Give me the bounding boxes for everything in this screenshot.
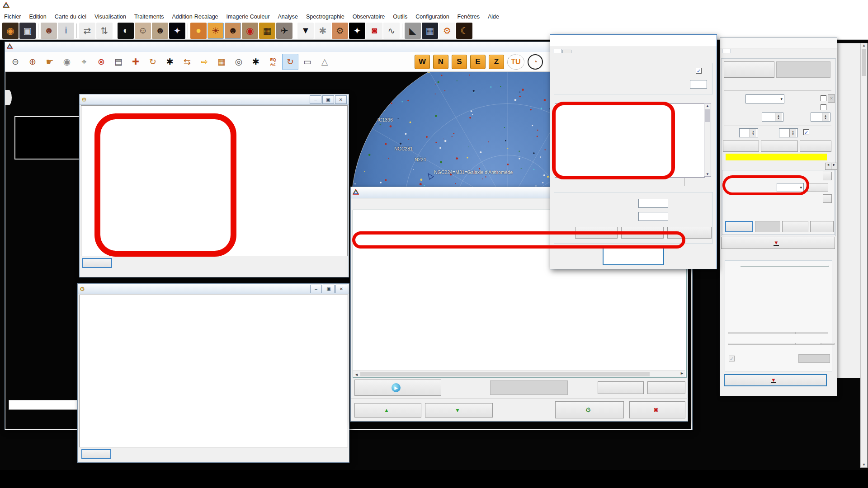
sync-focus-checkbox[interactable]: ✓: [729, 356, 735, 361]
pan-hand-icon[interactable]: ☛: [42, 54, 58, 70]
minimize-icon[interactable]: –: [310, 285, 322, 293]
clear-step-button[interactable]: [575, 227, 618, 239]
load-config-button[interactable]: ▲: [354, 403, 421, 418]
go-button[interactable]: ▶: [354, 380, 441, 396]
transfer-icon[interactable]: ⇄: [79, 23, 95, 39]
rotate-icon[interactable]: ↻: [145, 54, 161, 70]
menu-imagerie-couleur[interactable]: Imagerie Couleur: [222, 13, 274, 21]
delay-spinner[interactable]: ▲▼: [811, 113, 830, 122]
info-icon[interactable]: i: [58, 23, 74, 39]
menu-aide[interactable]: Aide: [484, 13, 503, 21]
short-exposure-button[interactable]: [761, 141, 798, 152]
close-icon[interactable]: ✕: [335, 95, 347, 104]
ephemeris-table-icon[interactable]: ▦: [213, 54, 230, 70]
ref-filter-value[interactable]: [796, 332, 828, 334]
add-step-button[interactable]: [621, 227, 664, 239]
abort-exposure-button[interactable]: [776, 61, 830, 78]
ramp-down-button[interactable]: [782, 221, 808, 232]
minimize-icon[interactable]: –: [310, 95, 321, 104]
loops-spinner[interactable]: ▲▼: [762, 113, 783, 122]
link-bin-checkbox[interactable]: ✓: [803, 129, 809, 135]
cancel-icon[interactable]: ⊗: [93, 54, 109, 70]
apply-temp-button[interactable]: [807, 183, 828, 192]
menu-spectrographie[interactable]: Spectrographie: [302, 13, 349, 21]
head-tool-icon[interactable]: ☻: [225, 23, 241, 39]
display-options-icon[interactable]: ◎: [231, 54, 247, 70]
target-temp-input[interactable]: [638, 199, 668, 208]
loop-infinite-checkbox[interactable]: [821, 104, 826, 110]
center2-icon[interactable]: ✱: [248, 54, 264, 70]
menu-analyse[interactable]: Analyse: [274, 13, 302, 21]
camera2-icon[interactable]: ◉: [242, 23, 258, 39]
compass-n-button[interactable]: N: [433, 55, 448, 69]
save-icon[interactable]: ▣: [19, 23, 36, 39]
flip-icon[interactable]: ⇆: [179, 54, 195, 70]
face-search-icon[interactable]: ☻: [152, 23, 168, 39]
minimize-button[interactable]: [822, 0, 837, 11]
telescope-icon[interactable]: ✈: [276, 23, 292, 39]
zoom-in-icon[interactable]: ⊕: [24, 54, 41, 70]
sequence-button[interactable]: [800, 141, 831, 152]
session-icon[interactable]: ☾: [456, 23, 472, 39]
starfield-icon[interactable]: ✦: [349, 23, 365, 39]
menu-carte-du-ciel[interactable]: Carte du ciel: [51, 13, 90, 21]
close-window-button[interactable]: ✖: [629, 401, 685, 418]
print-icon[interactable]: ▤: [110, 54, 127, 70]
menu-traitements[interactable]: Traitements: [130, 13, 168, 21]
menu-fichier[interactable]: Fichier: [0, 13, 25, 21]
right-scrollbar[interactable]: ▲ ▼: [860, 43, 868, 468]
loop-cancel-icon[interactable]: ✕: [828, 94, 835, 103]
menu-observatoire[interactable]: Observatoire: [349, 13, 389, 21]
scroll-up-icon[interactable]: ▲: [704, 104, 711, 108]
drop-icon[interactable]: ▼: [297, 23, 314, 39]
time-minutes-input[interactable]: [638, 212, 668, 221]
spinner-arrows-icon[interactable]: ▲▼: [775, 113, 782, 121]
scroll-down-icon[interactable]: ▼: [861, 463, 867, 467]
stop-ramp-button[interactable]: [755, 221, 780, 232]
temperature-window-titlebar[interactable]: ⚙ – ▣ ✕: [80, 94, 349, 105]
scroll-right-icon[interactable]: ►: [680, 371, 684, 375]
sphere-icon[interactable]: ◉: [59, 54, 75, 70]
spinner-arrows-icon[interactable]: ▲▼: [789, 129, 796, 137]
zoom-out-icon[interactable]: ⊖: [7, 54, 24, 70]
eq-az-icon[interactable]: EQ AZ: [265, 54, 281, 70]
expand-icon[interactable]: ✚: [127, 54, 144, 70]
biny-spinner[interactable]: ▲▼: [779, 128, 798, 137]
tools-planet-icon[interactable]: ⚙: [332, 23, 348, 39]
maximize-icon[interactable]: ▣: [322, 95, 334, 104]
qsi-panel-title[interactable]: [720, 38, 837, 48]
zoom-face-icon[interactable]: ☺: [135, 23, 151, 39]
foc-save-button[interactable]: [798, 354, 830, 363]
memorize-params-button[interactable]: ⚙: [555, 401, 624, 418]
tab-qsi-583ws[interactable]: [722, 49, 731, 53]
menu-addition-recalage[interactable]: Addition-Recalage: [168, 13, 222, 21]
planet-pin-icon[interactable]: ●: [190, 23, 207, 39]
moon-phase-handle-icon[interactable]: [5, 90, 12, 105]
moon-phase-icon[interactable]: ◐: [118, 23, 134, 39]
compass-z-button[interactable]: Z: [489, 55, 504, 69]
set-square-icon[interactable]: △: [316, 54, 333, 70]
sort-icon[interactable]: ⇅: [96, 23, 113, 39]
clear-log-button[interactable]: [647, 381, 685, 394]
binoculars-icon[interactable]: ⌖: [76, 54, 92, 70]
ramp-up-button[interactable]: [810, 221, 834, 232]
fix-button[interactable]: [821, 343, 835, 345]
update-step-button[interactable]: [667, 227, 712, 239]
save-config-button[interactable]: ▼: [425, 403, 493, 418]
plug-icon[interactable]: ◙: [366, 23, 382, 39]
tab-scroll-left-icon[interactable]: ◄: [825, 163, 831, 170]
dialog-titlebar[interactable]: [550, 35, 717, 47]
never-exceed-checkbox[interactable]: ✓: [696, 68, 702, 74]
graph-button-1[interactable]: [823, 172, 832, 180]
filter-minimize-button[interactable]: ▼: [724, 374, 827, 386]
log-horizontal-scrollbar[interactable]: ◄ ►: [353, 371, 685, 377]
users-icon[interactable]: ☻: [41, 23, 57, 39]
scroll-down-icon[interactable]: ▼: [704, 172, 711, 176]
panel-icon[interactable]: ▦: [422, 23, 438, 39]
tab-descente[interactable]: [553, 49, 562, 53]
spinner-arrows-icon[interactable]: ▲▼: [750, 129, 756, 137]
camera-icon[interactable]: ◉: [2, 23, 19, 39]
gear-sun-icon[interactable]: ⚙: [439, 23, 455, 39]
camera-minimize-button[interactable]: ▼: [721, 237, 835, 249]
clock-button[interactable]: ◔: [528, 54, 543, 70]
